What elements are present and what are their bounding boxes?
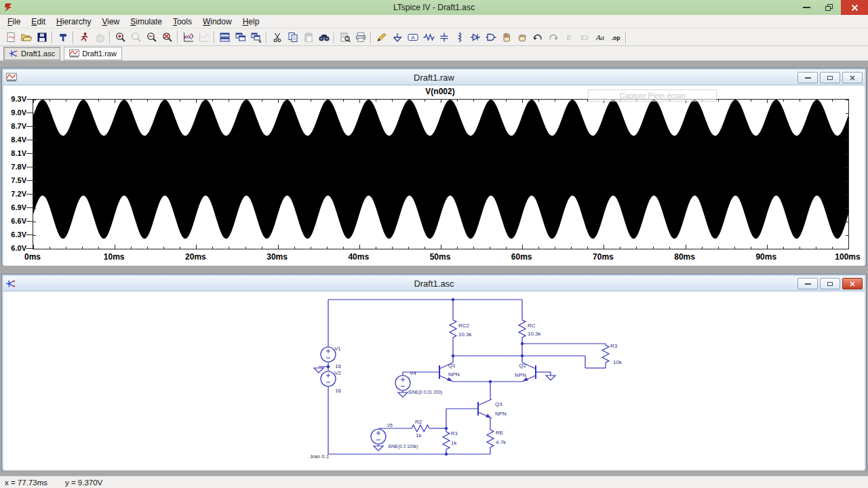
save-button[interactable]	[34, 30, 50, 45]
child-close-button[interactable]	[842, 72, 863, 83]
component-label: Q2	[519, 363, 526, 369]
place-resistor-icon	[422, 32, 435, 43]
x-axis-tick	[294, 100, 295, 102]
child-minimize-button[interactable]	[797, 72, 818, 83]
menu-bar: FileEditHierarchyViewSimulateToolsWindow…	[0, 15, 868, 28]
tile-horizontally-button[interactable]	[217, 30, 233, 45]
npn-collector	[478, 399, 492, 405]
open-button[interactable]	[18, 30, 34, 45]
rotate-button[interactable]: E3	[576, 30, 592, 45]
y-axis-tick	[33, 167, 36, 168]
zoom-full-extents-button[interactable]	[159, 30, 175, 45]
paste-button[interactable]	[300, 30, 316, 45]
schematic-file-icon	[9, 49, 18, 58]
place-inductor-button[interactable]	[452, 30, 467, 45]
y-axis-tick	[33, 222, 36, 222]
waveform-file-icon	[69, 49, 79, 58]
find-button[interactable]	[316, 30, 332, 45]
menu-help[interactable]: Help	[237, 16, 265, 28]
place-capacitor-button[interactable]	[436, 30, 452, 45]
schematic-canvas[interactable]: V116V216RC210.3kRC10.3kR310kQ1NPNQ2NPNQ3…	[3, 291, 865, 470]
tab-draft1-asc[interactable]: Draft1.asc	[3, 47, 60, 60]
menu-hierarchy[interactable]: Hierarchy	[51, 16, 96, 28]
cut-button[interactable]	[269, 30, 285, 45]
run-button[interactable]	[76, 30, 92, 45]
redo-button[interactable]	[545, 30, 561, 45]
trace-label[interactable]: V(n002)	[33, 87, 848, 96]
place-resistor-button[interactable]	[420, 30, 436, 45]
print-preview-button[interactable]	[337, 30, 353, 45]
resistor-symbol[interactable]	[487, 428, 494, 449]
x-axis-tick	[473, 247, 474, 249]
window-restore-button[interactable]	[819, 0, 840, 15]
mirror-button[interactable]: E	[561, 30, 576, 45]
x-axis-tick	[392, 247, 393, 249]
plot-settings-button[interactable]	[196, 30, 212, 45]
spice-directive-text[interactable]: .tran 0.1	[309, 453, 330, 460]
x-axis-tick	[555, 247, 555, 249]
print-button[interactable]	[353, 30, 368, 45]
x-axis-tick-label: 70ms	[579, 252, 627, 262]
resistor-symbol[interactable]	[450, 319, 456, 339]
draw-wire-button[interactable]	[374, 30, 389, 45]
menu-tools[interactable]: Tools	[167, 16, 197, 28]
tab-draft1-raw[interactable]: Draft1.raw	[64, 47, 122, 60]
place-text-button[interactable]: Aa	[592, 30, 608, 45]
resistor-symbol[interactable]	[519, 319, 526, 339]
menu-window[interactable]: Window	[197, 16, 237, 28]
resistor-symbol[interactable]	[602, 344, 609, 364]
tile-vertically-button[interactable]	[233, 30, 248, 45]
waveform-pane[interactable]: V(n002) Capture Plein écran 9.3V9.0V8.7V…	[3, 85, 865, 266]
control-panel-button[interactable]	[55, 30, 71, 45]
cascade-windows-button[interactable]	[248, 30, 264, 45]
x-axis-tick	[327, 247, 328, 249]
menu-file[interactable]: File	[2, 16, 26, 28]
component-label: 10.3k	[458, 331, 473, 338]
x-axis-tick	[229, 247, 229, 249]
place-spice-directive-button[interactable]: .op	[608, 30, 623, 45]
y-axis-tick	[26, 126, 33, 127]
resistor-symbol[interactable]	[410, 425, 431, 432]
halt-button[interactable]	[92, 30, 107, 45]
ground-symbol[interactable]	[374, 446, 383, 451]
open-icon	[20, 32, 33, 43]
zoom-out-button[interactable]	[144, 30, 159, 45]
menu-view[interactable]: View	[96, 16, 125, 28]
y-axis-tick	[846, 235, 848, 236]
place-diode-button[interactable]	[467, 30, 483, 45]
y-axis-tick	[26, 207, 33, 208]
new-schematic-button[interactable]	[3, 30, 18, 45]
place-net-label-button[interactable]: A	[405, 30, 420, 45]
zoom-out-icon	[146, 32, 158, 43]
menu-edit[interactable]: Edit	[26, 16, 51, 28]
zoom-full-extents-icon	[161, 32, 174, 43]
drag-button[interactable]	[514, 30, 530, 45]
plot-area[interactable]	[33, 99, 849, 249]
child-maximize-button[interactable]	[820, 72, 840, 83]
app-title: LTspice IV - Draft1.asc	[0, 3, 868, 12]
copy-button[interactable]	[285, 30, 300, 45]
ground-symbol[interactable]	[546, 375, 555, 380]
child-maximize-button[interactable]	[820, 278, 840, 289]
child-minimize-button[interactable]	[797, 278, 818, 289]
y-axis-tick	[846, 113, 848, 114]
child-close-button[interactable]	[842, 278, 863, 289]
window-close-button[interactable]	[841, 0, 868, 15]
y-axis-tick	[33, 154, 36, 155]
component-label: NPN	[448, 371, 460, 378]
ground-symbol[interactable]	[314, 368, 323, 373]
zoom-in-button[interactable]	[113, 30, 128, 45]
autorange-y-axis-button[interactable]	[180, 30, 196, 45]
window-minimize-button[interactable]	[796, 0, 816, 15]
place-ground-button[interactable]	[389, 30, 405, 45]
x-axis-tick	[98, 100, 99, 102]
undo-button[interactable]	[530, 30, 545, 45]
resistor-symbol[interactable]	[443, 430, 450, 451]
x-axis-tick	[163, 100, 164, 102]
zoom-area-button[interactable]	[128, 30, 144, 45]
move-button[interactable]	[498, 30, 514, 45]
ground-symbol[interactable]	[398, 392, 408, 397]
minimize-icon	[805, 283, 811, 285]
place-component-button[interactable]	[483, 30, 498, 45]
menu-simulate[interactable]: Simulate	[125, 16, 167, 28]
